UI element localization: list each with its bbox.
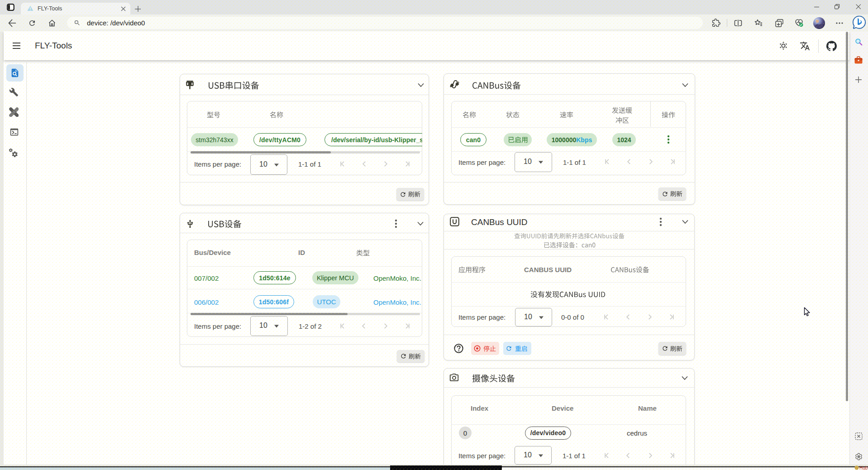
- svg-text:Hub: Hub: [859, 465, 868, 470]
